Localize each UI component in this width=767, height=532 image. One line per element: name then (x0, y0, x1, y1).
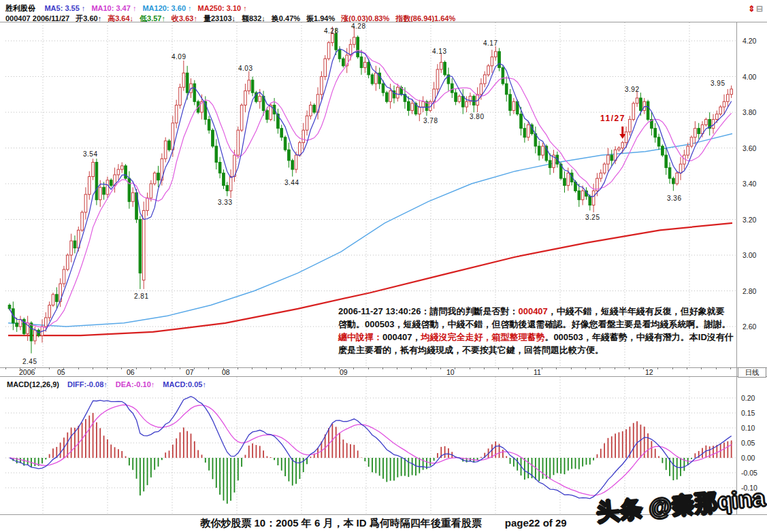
price-extreme-label: 3.33 (218, 199, 232, 206)
event-marker-label: 11/27 (600, 114, 625, 123)
titlebar-icons: ⇕⊟ (747, 4, 763, 14)
annotation-line: 2006-11-27 13:40:26：請問我的判斷是否對：000407，中綫不… (338, 305, 738, 318)
price-extreme-label: 4.28 (351, 22, 365, 30)
time-axis-tick (194, 367, 195, 369)
time-axis-label: 11 (534, 368, 541, 376)
time-axis-tick (136, 367, 137, 369)
time-axis-tick (687, 367, 687, 369)
time-axis-tick (63, 367, 64, 369)
time-axis-tick (571, 367, 572, 369)
macd-axis-tick: -0.05 (741, 469, 757, 477)
time-axis-tick (411, 367, 412, 369)
macd-axis-tick: 0.05 (741, 439, 755, 447)
caption-title: 教你炒股票 10：2005 年 6 月，本 ID 爲何時隔四年後重看股票 (200, 517, 481, 530)
time-axis-tick (150, 367, 151, 369)
time-axis-tick (5, 367, 6, 369)
axis-divider (736, 22, 737, 514)
time-axis-label: 2006 (19, 368, 35, 376)
annotation-highlight: 均綫沒完全走好，箱型整理蓄勢 (421, 332, 544, 342)
annotation-highlight: 纏中說禪： (338, 332, 382, 342)
time-axis-tick (165, 367, 165, 369)
time-axis-tick (20, 367, 20, 369)
time-axis-tick (585, 367, 586, 369)
time-axis-tick (281, 367, 282, 369)
price-extreme-label: 3.95 (711, 80, 725, 87)
caption-page-number: page22 of 29 (505, 517, 567, 530)
ma10-line (10, 50, 732, 328)
time-axis-tick (310, 367, 310, 369)
price-extreme-label: 4.09 (172, 53, 186, 61)
macd-readout-1: DIFF:-0.08↑ (67, 380, 110, 388)
ma5-line (10, 49, 732, 333)
time-axis-tick (121, 367, 122, 369)
macd-axis-tick: 0.10 (741, 424, 755, 432)
annotation-text: 2006-11-27 13:40:26：請問我的判斷是否對： (338, 306, 518, 316)
time-axis-tick (643, 367, 644, 369)
ma120-line (8, 134, 732, 327)
time-axis-tick (353, 367, 354, 369)
price-extreme-label: 3.92 (625, 86, 639, 93)
price-axis-tick: 2.80 (742, 287, 756, 295)
price-extreme-label: 3.78 (423, 117, 438, 124)
price-extreme-label: 3.54 (83, 150, 97, 158)
price-extreme-label: 3.25 (585, 214, 600, 221)
period-selector-badge[interactable]: 日线 (738, 367, 766, 378)
price-extreme-label: 4.28 (324, 27, 338, 35)
time-axis-tick (512, 367, 513, 369)
time-axis-tick (223, 367, 224, 369)
price-axis-tick: 3.40 (742, 180, 756, 188)
time-axis-label: 10 (446, 368, 455, 376)
time-axis-tick (266, 367, 267, 369)
price-extreme-label: 3.44 (284, 179, 299, 186)
time-axis-tick (672, 367, 673, 369)
time-axis-tick (78, 367, 79, 369)
time-axis-tick (93, 367, 93, 369)
time-axis-label: 12 (645, 368, 653, 376)
time-axis-tick (615, 367, 615, 369)
time-axis-tick (426, 367, 427, 369)
pin-icon[interactable]: ⇕ (748, 4, 755, 14)
trading-app-window: 胜利股份 MA5: 3.55 ↑MA10: 3.47 ↑MA120: 3.60 … (0, 0, 767, 532)
time-axis-tick (49, 367, 50, 369)
time-axis-tick (484, 367, 485, 369)
time-axis-tick (238, 367, 238, 369)
time-axis-tick (397, 367, 397, 369)
price-extreme-label: 3.36 (667, 195, 681, 202)
time-axis-tick (629, 367, 630, 369)
time-axis-tick (107, 367, 108, 369)
price-axis-tick: 3.60 (742, 144, 756, 152)
chat-annotation-overlay: 2006-11-27 13:40:26：請問我的判斷是否對：000407，中綫不… (338, 305, 738, 356)
time-axis-tick (180, 367, 180, 369)
time-axis-tick (542, 367, 542, 369)
macd-header: MACD(12,26,9) DIFF:-0.08↑ DEA:-0.10↑ MAC… (7, 378, 212, 390)
annotation-text: 000407， (382, 332, 421, 342)
time-axis-tick (716, 367, 717, 369)
price-axis-tick: 3.20 (742, 216, 756, 224)
price-extreme-label: 4.13 (432, 48, 446, 55)
time-axis-tick (498, 367, 499, 369)
price-extreme-label: 3.80 (470, 113, 484, 120)
price-axis-tick: 2.60 (742, 322, 756, 331)
time-axis-tick (368, 367, 369, 369)
time-axis-tick (252, 367, 252, 369)
annotation-line: 麽是主要看的，衹有均綫現成，不要按其它鍵，回答問題比較方便。 (338, 344, 738, 356)
price-extreme-label: 2.45 (22, 358, 37, 365)
time-axis-tick (470, 367, 470, 369)
annotation-highlight: 000407 (518, 306, 547, 316)
macd-readout-2: DEA:-0.10↑ (116, 380, 157, 388)
macd-axis-tick: 0.20 (741, 394, 755, 402)
time-axis-tick (600, 367, 600, 369)
time-axis-tick (339, 367, 340, 369)
price-axis-tick: 3.00 (742, 251, 756, 259)
time-axis-label: 07 (186, 368, 194, 376)
time-axis-label: 06 (127, 368, 135, 376)
annotation-line: 啓動。000503，短綫啓動，中綫不錯，但啓動後還需確認。好像您看盤主要是看均綫… (338, 318, 738, 331)
time-axis-tick (657, 367, 658, 369)
time-axis-tick (295, 367, 296, 369)
macd-indicator-chart[interactable] (5, 377, 736, 514)
window-icon[interactable]: ⊟ (756, 4, 763, 14)
price-axis-tick: 4.00 (742, 73, 756, 81)
time-axis-tick (35, 367, 35, 369)
time-axis-label: 09 (340, 368, 348, 376)
macd-axis-tick: 0.15 (741, 409, 755, 417)
